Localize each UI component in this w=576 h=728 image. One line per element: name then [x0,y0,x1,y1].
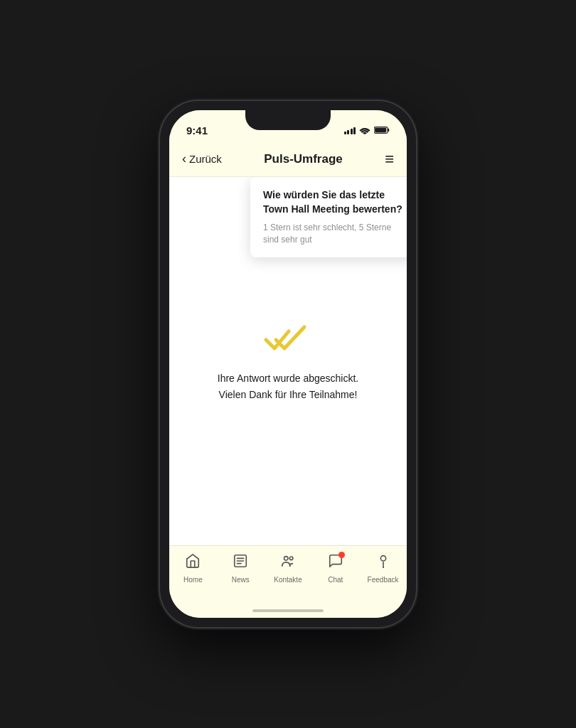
svg-point-8 [289,557,293,560]
news-icon [233,553,248,573]
tab-kontakte[interactable]: Kontakte [267,553,309,584]
phone-frame: 9:41 ‹ Zurück Puls-Umfrag [160,101,416,627]
success-message: Ihre Antwort wurde abgeschickt. Vielen D… [218,370,358,402]
battery-icon [374,126,390,134]
tab-feedback[interactable]: Feedback [363,553,404,584]
question-title: Wie würden Sie das letzte Town Hall Meet… [263,188,407,216]
signal-icon [344,127,356,134]
chat-icon [328,553,343,573]
menu-icon[interactable]: ≡ [385,150,394,168]
svg-point-11 [383,567,384,568]
main-content: Wie würden Sie das letzte Town Hall Meet… [169,177,407,545]
question-card: Wie würden Sie das letzte Town Hall Meet… [250,177,407,257]
tab-home[interactable]: Home [172,553,213,584]
page-title: Puls-Umfrage [264,152,343,166]
back-button[interactable]: ‹ Zurück [182,151,222,166]
home-indicator [169,604,407,618]
question-subtitle: 1 Stern ist sehr schlecht, 5 Sterne sind… [263,222,407,246]
tab-news-label: News [232,576,250,584]
svg-rect-1 [388,129,389,132]
tab-home-label: Home [183,576,203,584]
nav-bar: ‹ Zurück Puls-Umfrage ≡ [169,141,407,177]
svg-point-7 [284,557,288,561]
back-label: Zurück [189,153,222,165]
tab-chat[interactable]: Chat [315,553,356,584]
svg-point-9 [380,556,385,561]
success-line2: Vielen Dank für Ihre Teilnahme! [218,387,358,402]
success-line1: Ihre Antwort wurde abgeschickt. [218,370,358,386]
back-arrow-icon: ‹ [182,151,186,166]
status-icons [344,126,390,134]
status-bar: 9:41 [169,110,407,141]
phone-screen: 9:41 ‹ Zurück Puls-Umfrag [169,110,407,618]
tab-news[interactable]: News [220,553,261,584]
tab-kontakte-label: Kontakte [274,576,302,584]
chat-badge [338,552,345,558]
svg-rect-2 [375,128,386,133]
home-indicator-bar [252,609,324,612]
tab-bar: Home News [169,545,407,604]
home-icon [185,553,201,573]
double-checkmark-icon [263,320,313,359]
success-area: Ihre Antwort wurde abgeschickt. Vielen D… [218,320,358,402]
notch [245,110,331,130]
status-time: 9:41 [186,124,208,136]
tab-feedback-label: Feedback [368,576,399,584]
wifi-icon [359,126,370,134]
feedback-icon [375,553,391,573]
contacts-icon [280,553,296,573]
tab-chat-label: Chat [328,576,343,584]
